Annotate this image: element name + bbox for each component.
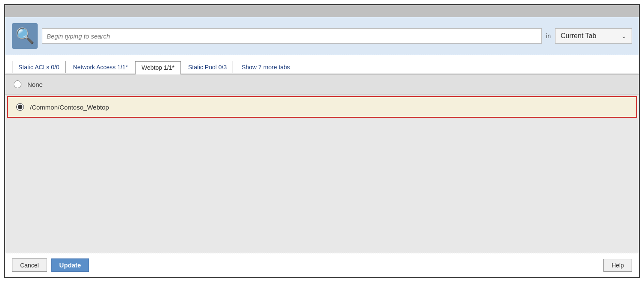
search-input[interactable] xyxy=(42,28,542,44)
option-none-row[interactable]: None xyxy=(5,74,639,95)
option-none-label: None xyxy=(27,81,43,88)
radio-none[interactable] xyxy=(14,80,21,88)
radio-webtop[interactable] xyxy=(16,103,24,111)
show-more-tabs-link[interactable]: Show 7 more tabs xyxy=(236,61,296,73)
main-dialog: 🔍 in Current Tab ⌄ Static ACLs 0/0 Netwo… xyxy=(4,4,640,278)
tabs-row: Static ACLs 0/0 Network Access 1/1* Webt… xyxy=(5,55,639,74)
title-bar xyxy=(5,5,639,17)
bottom-bar: Cancel Update Help xyxy=(5,253,639,277)
tab-static-acls[interactable]: Static ACLs 0/0 xyxy=(12,61,66,73)
bottom-left-buttons: Cancel Update xyxy=(12,258,89,272)
search-row: 🔍 in Current Tab ⌄ xyxy=(5,17,639,55)
in-label: in xyxy=(546,33,551,39)
chevron-down-icon: ⌄ xyxy=(621,33,626,39)
scope-label: Current Tab xyxy=(561,32,618,40)
search-icon-box: 🔍 xyxy=(12,23,38,49)
search-icon: 🔍 xyxy=(15,28,35,44)
tab-static-pool[interactable]: Static Pool 0/3 xyxy=(182,61,233,73)
help-button[interactable]: Help xyxy=(603,259,632,272)
option-webtop-label: /Common/Contoso_Webtop xyxy=(30,104,109,111)
option-webtop-row[interactable]: /Common/Contoso_Webtop xyxy=(7,96,637,118)
tab-network-access[interactable]: Network Access 1/1* xyxy=(67,61,134,73)
scope-dropdown[interactable]: Current Tab ⌄ xyxy=(555,28,632,44)
cancel-button[interactable]: Cancel xyxy=(12,258,47,272)
tab-webtop[interactable]: Webtop 1/1* xyxy=(135,61,181,74)
content-area: None /Common/Contoso_Webtop xyxy=(5,74,639,253)
update-button[interactable]: Update xyxy=(51,258,89,272)
